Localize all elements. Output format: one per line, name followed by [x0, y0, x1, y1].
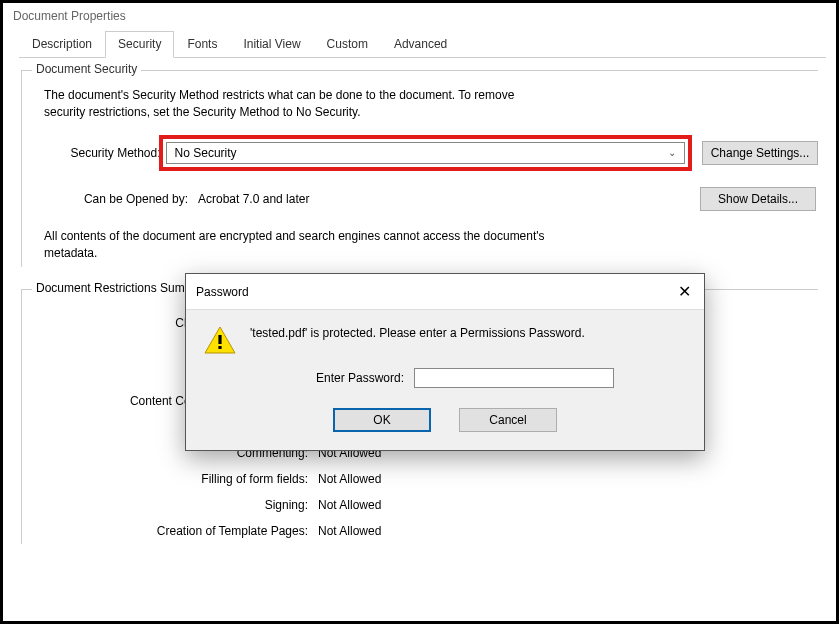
security-method-highlight: No Security ⌄ — [159, 135, 692, 171]
password-input[interactable] — [414, 368, 614, 388]
warning-icon — [204, 326, 236, 354]
perm-templates-label: Creation of Template Pages: — [22, 524, 318, 538]
svg-rect-1 — [218, 335, 221, 344]
opened-by-label: Can be Opened by: — [44, 192, 194, 206]
chevron-down-icon: ⌄ — [668, 147, 676, 158]
tab-description[interactable]: Description — [19, 31, 105, 58]
svg-rect-2 — [218, 346, 221, 349]
tab-initial-view[interactable]: Initial View — [230, 31, 313, 58]
tab-custom[interactable]: Custom — [314, 31, 381, 58]
encrypt-note-line2: metadata. — [44, 245, 818, 262]
security-method-dropdown[interactable]: No Security ⌄ — [166, 142, 685, 164]
change-settings-button[interactable]: Change Settings... — [702, 141, 818, 165]
perm-signing-label: Signing: — [22, 498, 318, 512]
tab-bar: Description Security Fonts Initial View … — [19, 31, 826, 58]
security-description: The document's Security Method restricts… — [22, 85, 818, 126]
security-method-value: No Security — [175, 146, 237, 160]
ok-button[interactable]: OK — [333, 408, 431, 432]
password-dialog-title: Password — [196, 285, 249, 299]
tab-advanced[interactable]: Advanced — [381, 31, 460, 58]
cancel-button[interactable]: Cancel — [459, 408, 557, 432]
enter-password-label: Enter Password: — [316, 371, 404, 385]
tab-fonts[interactable]: Fonts — [174, 31, 230, 58]
tab-security[interactable]: Security — [105, 31, 174, 58]
security-method-label: Security Method: — [44, 146, 167, 160]
document-security-legend: Document Security — [32, 62, 141, 76]
perm-formfields-value: Not Allowed — [318, 472, 381, 486]
window-title: Document Properties — [3, 3, 836, 29]
password-dialog-message: 'tested.pdf' is protected. Please enter … — [250, 326, 585, 340]
perm-formfields-label: Filling of form fields: — [22, 472, 318, 486]
encrypt-note-line1: All contents of the document are encrypt… — [44, 228, 818, 245]
close-icon[interactable]: ✕ — [674, 282, 694, 301]
password-dialog: Password ✕ 'tested.pdf' is protected. Pl… — [185, 273, 705, 451]
security-desc-line2: security restrictions, set the Security … — [44, 104, 818, 121]
document-security-group: Document Security The document's Securit… — [21, 70, 818, 267]
perm-templates-value: Not Allowed — [318, 524, 381, 538]
show-details-button[interactable]: Show Details... — [700, 187, 816, 211]
security-desc-line1: The document's Security Method restricts… — [44, 87, 818, 104]
opened-by-value: Acrobat 7.0 and later — [194, 192, 690, 206]
perm-signing-value: Not Allowed — [318, 498, 381, 512]
